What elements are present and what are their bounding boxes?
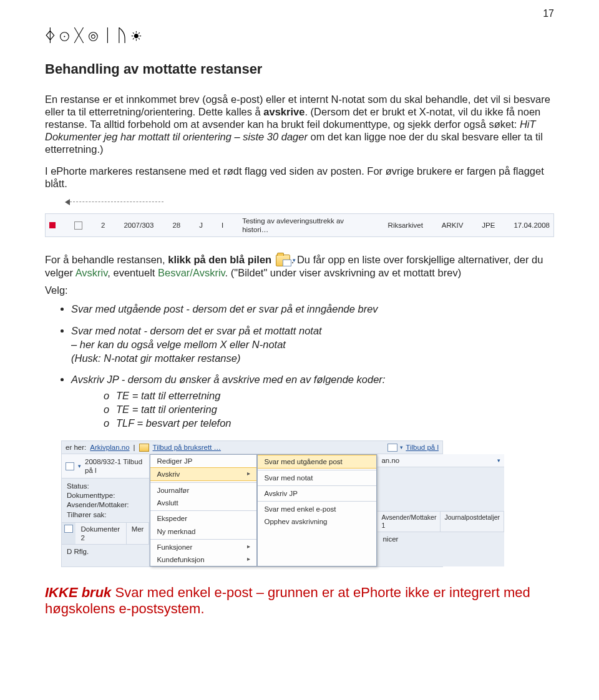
p3-e: , eventuelt — [107, 267, 158, 278]
menu-item-rediger[interactable]: Rediger JP — [150, 455, 256, 467]
row-title: Testing av avleveringsuttrekk av histori… — [242, 216, 369, 234]
breadcrumb-row: er her: Arkivplan.no | Tilbud på bruksre… — [62, 441, 442, 454]
right-panel: an.no ▾ Avsender/Mottaker 1 Journalpostd… — [377, 454, 504, 566]
bullet-2-text: Svar med notat - dersom det er svar på e… — [71, 325, 322, 336]
row-date: 17.04.2008 — [514, 221, 550, 230]
p3-g: . ("Bildet" under viser avskrivning av e… — [225, 267, 462, 278]
row-col-5: I — [222, 221, 223, 230]
detail-status: Status: — [67, 482, 144, 490]
row-col-3: 28 — [172, 221, 180, 230]
code-item-3: oTLF = besvart per telefon — [104, 417, 554, 429]
p1-term-avskrive: avskrive — [263, 106, 304, 117]
pointer-arrow — [65, 195, 554, 207]
details-block: Status: Dokumenttype: Avsender/Mottaker:… — [62, 479, 149, 522]
row-case-number: 2007/303 — [124, 221, 153, 230]
breadcrumb-link-arkivplan[interactable]: Arkivplan.no — [90, 443, 129, 452]
blue-arrow-folder-icon: ▾ — [276, 255, 290, 266]
menu-primary: Rediger JP Avskriv Journalfør Avslutt Ek… — [150, 454, 257, 566]
red-flag-icon — [49, 222, 56, 228]
menu-item-ekspeder[interactable]: Ekspeder — [150, 512, 256, 525]
menu-item-ny-merknad[interactable]: Ny merknad — [150, 525, 256, 538]
row-col-4: J — [199, 221, 203, 230]
submenu-svar-utgaende[interactable]: Svar med utgående post — [258, 455, 376, 469]
detail-avsender: Avsender/Mottaker: — [67, 500, 144, 509]
left-panel: ▾ 2008/932-1 Tilbud på l Status: Dokumen… — [62, 454, 150, 566]
tab-dokumenter[interactable]: Dokumenter 2 — [75, 523, 126, 544]
warning-paragraph: IKKE bruk Svar med enkel e-post – grunne… — [45, 585, 554, 618]
page-title: Behandling av mottatte restanser — [45, 61, 554, 78]
right-bottom-row: nicer — [377, 532, 504, 546]
tab-mer[interactable]: Mer — [127, 523, 150, 544]
envelope-icon[interactable] — [387, 444, 397, 452]
bullet-1-text: Svar med utgående post - dersom det er s… — [71, 303, 378, 314]
code-item-2: oTE = tatt til orientering — [104, 403, 554, 416]
option-bullet-list: Svar med utgående post - dersom det er s… — [71, 303, 554, 429]
breadcrumb-label: er her: — [66, 443, 86, 452]
menu-item-journalfor[interactable]: Journalfør — [150, 484, 256, 497]
p3-a: For å behandle restansen, — [45, 254, 168, 265]
row-user: JPE — [482, 221, 495, 230]
submenu-opphev[interactable]: Opphev avskrivning — [258, 515, 376, 528]
top-right-link[interactable]: Tilbud på l — [406, 443, 439, 452]
warn-text: Svar med enkel e-post – grunnen er at eP… — [45, 585, 530, 617]
code-sublist: oTE = tatt til etterretning oTE = tatt t… — [104, 389, 554, 429]
left-bottom-row: D Rflg. — [62, 544, 149, 558]
chevron-down-icon[interactable]: ▾ — [400, 444, 403, 451]
bullet-1: Svar med utgående post - dersom det er s… — [71, 303, 554, 315]
bullet-3-text: Avskriv JP - dersom du ønsker å avskrive… — [71, 374, 385, 385]
warn-ikke-bruk: IKKE bruk — [45, 585, 111, 600]
p3-f-besvar: Besvar/Avskriv — [158, 267, 225, 278]
detail-doktype: Dokumenttype: — [67, 491, 144, 500]
detail-tilhorer: Tilhører sak: — [67, 510, 144, 519]
p3-b: klikk på den blå pilen — [168, 254, 271, 265]
bullet-2-sub2: (Husk: N-notat gir mottaker restanse) — [71, 352, 554, 364]
velg-label: Velg: — [45, 284, 554, 296]
menu-item-avslutt[interactable]: Avslutt — [150, 497, 256, 509]
chevron-down-icon[interactable]: ▾ — [497, 457, 500, 464]
screenshot-restanse-row: 2 2007/303 28 J I Testing av avleverings… — [45, 213, 554, 237]
instruction-paragraph: For å behandle restansen, klikk på den b… — [45, 253, 554, 279]
row-org: Riksarkivet — [388, 221, 423, 230]
checkbox-icon — [74, 221, 82, 230]
context-menus: Rediger JP Avskriv Journalfør Avslutt Ek… — [150, 454, 377, 566]
intro-paragraph-1: En restanse er et innkommet brev (også e… — [45, 93, 554, 156]
envelope-icon[interactable] — [66, 462, 74, 470]
right-drop-text: an.no — [381, 456, 399, 465]
code-3: TLF = besvart per telefon — [116, 417, 231, 429]
tab-journalpostdetaljer[interactable]: Journalpostdetaljer — [441, 512, 504, 532]
chevron-down-icon[interactable]: ▾ — [78, 463, 81, 470]
p3-d-avskriv: Avskriv — [75, 267, 108, 278]
menu-item-avskriv[interactable]: Avskriv — [150, 467, 256, 481]
menu-item-funksjoner[interactable]: Funksjoner — [150, 541, 256, 553]
submenu-svar-notat[interactable]: Svar med notat — [258, 472, 376, 484]
menu-item-kundefunksjon[interactable]: Kundefunksjon — [150, 553, 256, 566]
folder-icon — [139, 444, 149, 452]
submenu-svar-epost[interactable]: Svar med enkel e-post — [258, 503, 376, 515]
code-1: TE = tatt til etterretning — [116, 390, 220, 401]
bullet-2: Svar med notat - dersom det er svar på e… — [71, 324, 554, 364]
code-item-1: oTE = tatt til etterretning — [104, 389, 554, 402]
menu-submenu: Svar med utgående post Svar med notat Av… — [257, 454, 377, 566]
code-2: TE = tatt til orientering — [116, 404, 217, 415]
screenshot-avskriv-menu: er her: Arkivplan.no | Tilbud på bruksre… — [61, 440, 443, 566]
row-dept: ARKIV — [442, 221, 464, 230]
page-number: 17 — [543, 7, 554, 20]
submenu-avskriv-jp[interactable]: Avskriv JP — [258, 487, 376, 500]
row-col-1: 2 — [101, 221, 105, 230]
header-symbol-strip: ᛄ☉ᚷ◎ᛁᚢ☀ — [45, 25, 554, 46]
breadcrumb-sep: | — [134, 443, 135, 452]
bullet-2-sub1: – her kan du også velge mellom X eller N… — [71, 338, 554, 351]
intro-paragraph-2: I ePhorte markeres restansene med et rød… — [45, 165, 554, 190]
breadcrumb-link-tilbud[interactable]: Tilbud på bruksrett … — [153, 443, 222, 452]
envelope-icon[interactable] — [64, 525, 73, 533]
left-case-title: 2008/932-1 Tilbud på l — [85, 457, 145, 475]
tab-avsender-mottaker[interactable]: Avsender/Mottaker 1 — [377, 512, 441, 532]
bullet-3: Avskriv JP - dersom du ønsker å avskrive… — [71, 373, 554, 430]
